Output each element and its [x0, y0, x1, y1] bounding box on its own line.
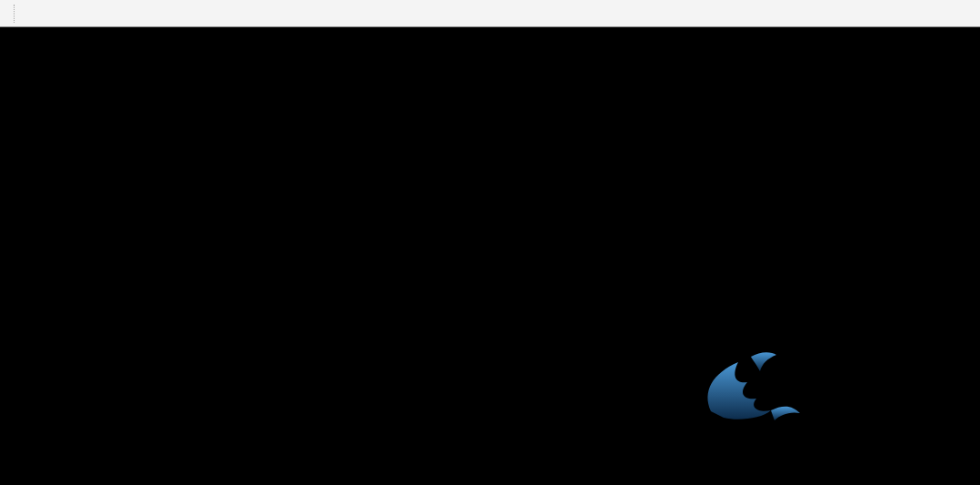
- toolbar: [0, 0, 980, 27]
- toolbar-separator: [14, 5, 15, 23]
- terminal-window: [0, 0, 980, 485]
- chart-background: [0, 27, 980, 485]
- price-chart[interactable]: [0, 0, 980, 485]
